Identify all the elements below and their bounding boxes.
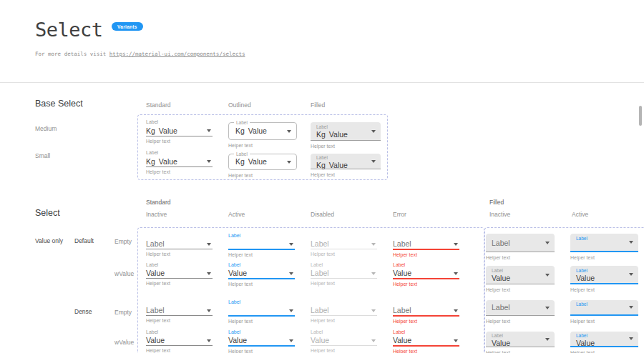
base-select-standard-medium: Label KgValue Helper text xyxy=(146,119,213,144)
select-input[interactable]: Label Value xyxy=(486,332,555,347)
select-input[interactable] xyxy=(228,239,295,249)
select-helper-text: Helper text xyxy=(486,319,555,324)
select-input[interactable]: Label Value xyxy=(570,332,638,347)
select-value: KgValue xyxy=(316,130,375,139)
select-placeholder: Label xyxy=(393,239,411,248)
select-helper-text: Helper text xyxy=(311,144,381,149)
vertical-scrollbar[interactable] xyxy=(639,106,642,126)
select-spec-page: Select Variants For more details visit h… xyxy=(0,0,644,353)
select-states-heading: Select xyxy=(35,208,60,218)
select-input[interactable]: KgValue xyxy=(146,156,213,166)
select-helper-text: Helper text xyxy=(146,139,213,144)
select-input[interactable]: KgValue xyxy=(146,126,213,136)
chevron-down-icon xyxy=(207,272,211,275)
select-underline xyxy=(393,315,459,317)
column-header-outlined: Outlined xyxy=(228,101,251,109)
select-floating-label: Label xyxy=(311,262,377,269)
select-floating-label: Label xyxy=(576,236,633,242)
variants-badge: Variants xyxy=(112,22,143,31)
select-input[interactable]: Label xyxy=(393,239,459,249)
select-standard-disabled-wvalue-dense: Label Value Helper text xyxy=(311,329,377,353)
select-placeholder: Label xyxy=(311,239,329,248)
select-input[interactable]: Label xyxy=(570,300,638,316)
select-floating-label: Label xyxy=(146,262,213,269)
chevron-down-icon xyxy=(207,129,211,132)
select-input[interactable]: Value xyxy=(146,336,213,345)
select-input[interactable]: Label KgValue xyxy=(311,122,381,141)
select-helper-text: Helper text xyxy=(311,281,377,286)
select-input[interactable]: Label Value xyxy=(486,266,555,284)
subtitle-text: For more details visit xyxy=(35,51,109,57)
select-label: Label xyxy=(316,124,375,130)
select-standard-active-empty: Label Helper text xyxy=(228,232,295,257)
row-label-value-only: Value only xyxy=(35,237,63,244)
select-input[interactable]: Label xyxy=(146,306,213,315)
row-label-empty-2: Empty xyxy=(114,309,132,316)
state-header-active: Active xyxy=(228,211,245,218)
select-input[interactable]: Value xyxy=(393,336,459,345)
select-underline xyxy=(228,249,295,250)
state-header-filled-active: Active xyxy=(572,211,588,218)
chevron-down-icon xyxy=(629,273,633,276)
select-helper-text: Helper text xyxy=(570,350,638,353)
select-input[interactable]: Label xyxy=(393,306,459,315)
select-input[interactable]: Value xyxy=(311,336,377,345)
chevron-down-icon xyxy=(371,339,376,342)
chevron-down-icon xyxy=(289,243,293,246)
select-adornment: Kg xyxy=(146,157,155,166)
chevron-down-icon xyxy=(454,243,458,246)
select-floating-label: Label xyxy=(576,268,633,274)
select-helper-text: Helper text xyxy=(146,252,213,257)
chevron-down-icon xyxy=(207,339,211,342)
group-header-filled: Filled xyxy=(489,199,504,206)
select-input[interactable] xyxy=(228,306,295,315)
select-label: Label xyxy=(146,119,213,126)
select-helper-text: Helper text xyxy=(146,348,213,353)
select-standard-inactive-wvalue-dense: Label Value Helper text xyxy=(146,329,213,353)
base-select-outlined-small: Label KgValue Helper text xyxy=(228,154,297,178)
select-underline xyxy=(146,315,213,316)
select-helper-text: Helper text xyxy=(393,252,459,257)
select-helper-text: Helper text xyxy=(486,255,555,260)
select-input[interactable]: Label xyxy=(311,269,377,278)
select-value: Value xyxy=(393,336,411,344)
select-input[interactable]: Label xyxy=(146,239,213,249)
select-underline xyxy=(146,136,213,136)
chevron-down-icon xyxy=(454,272,458,275)
select-input[interactable]: Label KgValue xyxy=(228,154,297,170)
select-underline xyxy=(146,166,213,167)
select-input[interactable]: Value xyxy=(228,336,295,345)
select-input[interactable]: Label xyxy=(311,306,377,315)
row-label-small: Small xyxy=(35,152,50,159)
select-input[interactable]: Label KgValue xyxy=(311,154,381,169)
select-value: Value xyxy=(228,269,247,277)
select-input[interactable]: Value xyxy=(228,269,295,278)
select-input[interactable]: Label xyxy=(486,300,555,316)
select-input[interactable]: Label xyxy=(311,239,377,249)
select-filled-inactive-empty: Label Helper text xyxy=(486,234,555,260)
chevron-down-icon xyxy=(287,161,291,164)
state-header-disabled: Disabled xyxy=(311,211,334,218)
chevron-down-icon xyxy=(289,272,293,275)
docs-link[interactable]: https://material-ui.com/components/selec… xyxy=(109,51,245,57)
select-filled-inactive-empty-dense: Label Helper text xyxy=(486,300,555,324)
select-input[interactable]: Label xyxy=(570,234,638,252)
select-floating-label: Label xyxy=(228,232,295,239)
chevron-down-icon xyxy=(545,338,550,341)
select-underline xyxy=(146,278,213,279)
select-placeholder: Label xyxy=(146,239,165,248)
select-filled-active-wvalue: Label Value Helper text xyxy=(570,266,638,292)
select-input[interactable]: Value xyxy=(146,269,213,278)
select-input[interactable]: Label xyxy=(486,234,555,252)
chevron-down-icon xyxy=(629,306,633,309)
header-divider xyxy=(0,82,644,83)
select-filled-inactive-wvalue-dense: Label Value Helper text xyxy=(486,332,555,353)
select-input[interactable]: Label KgValue xyxy=(228,122,297,140)
select-filled-active-empty: Label Helper text xyxy=(570,234,638,260)
select-input[interactable]: Label Value xyxy=(570,266,638,284)
select-value: Value xyxy=(228,336,247,344)
select-floating-label: Label xyxy=(228,262,295,269)
select-floating-label: Label xyxy=(311,329,377,336)
select-input[interactable]: Value xyxy=(393,269,459,278)
chevron-down-icon xyxy=(207,160,211,163)
